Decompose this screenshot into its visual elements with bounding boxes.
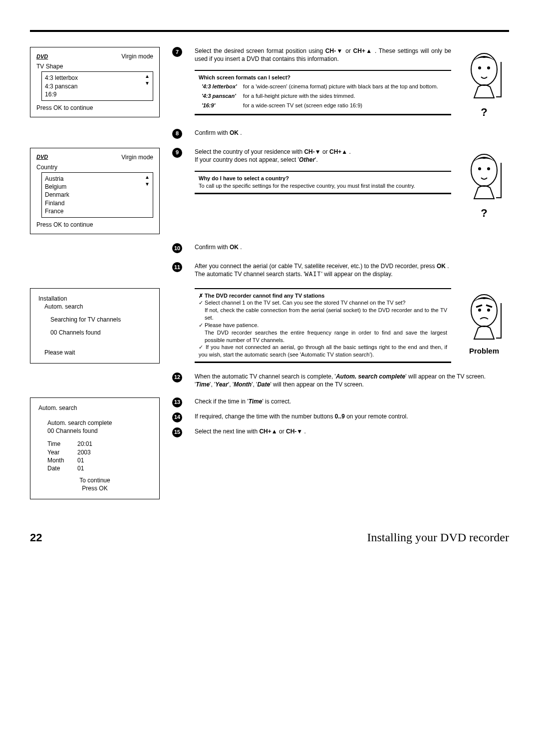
step-badge-9: 9: [172, 148, 182, 158]
step-13-text: Check if the time in 'Time' is correct.: [195, 397, 509, 405]
svg-point-4: [478, 167, 481, 170]
osd4-row-month: Month01: [47, 456, 151, 464]
osd-item: France: [45, 207, 150, 215]
osd-item: Austria: [45, 175, 150, 183]
osd-listbox: ▲▼ Austria Belgium Denmark Finland Franc…: [41, 172, 153, 218]
step-7-text: Select the desired screen format positio…: [195, 47, 451, 63]
tip-line: If not, check the cable connection from …: [199, 307, 447, 322]
osd4-row-date: Date01: [47, 464, 151, 472]
osd-mode: Virgin mode: [121, 52, 153, 60]
updown-icon: ▲▼: [145, 174, 150, 187]
install-head: Installation: [38, 295, 151, 303]
install-wait: Please wait: [44, 349, 151, 357]
osd-item: 4:3 letterbox: [45, 74, 150, 82]
osd-foot: Press OK to continue: [36, 221, 153, 229]
osd4-foot: To continue: [38, 476, 151, 484]
step-badge-8: 8: [172, 129, 182, 139]
dvd-logo-icon: DVD: [36, 53, 48, 60]
osd-autosearch-complete: Autom. search Autom. search complete 00 …: [30, 397, 160, 499]
osd4-found: 00 Channels found: [47, 427, 151, 435]
svg-point-3: [471, 154, 497, 186]
osd-autosearch-progress: Installation Autom. search Searching for…: [30, 288, 160, 364]
osd-item: 16:9: [45, 90, 150, 98]
question-mark-icon: ?: [459, 105, 509, 120]
step-badge-13: 13: [172, 397, 182, 407]
osd4-foot: Press OK: [38, 484, 151, 492]
osd-country: DVD Virgin mode Country ▲▼ Austria Belgi…: [30, 148, 160, 235]
section-step-10: 10 Confirm with OK .: [30, 243, 509, 253]
tip-title: Which screen formats can I select?: [199, 74, 447, 81]
tip-screen-formats: Which screen formats can I select? '4:3 …: [195, 70, 451, 115]
step-14-text: If required, change the time with the nu…: [195, 412, 509, 420]
updown-icon: ▲▼: [145, 73, 150, 86]
osd-listbox: ▲▼ 4:3 letterbox 4:3 panscan 16:9: [41, 71, 153, 101]
page-footer: 22 Installing your DVD recorder: [30, 529, 509, 545]
tip-line: If you have not connected an aerial, go …: [199, 344, 447, 359]
section-problem: Installation Autom. search Searching for…: [30, 288, 509, 364]
step-15-text: Select the next line with CH+▲ or CH-▼ .: [195, 427, 509, 435]
question-face-2: ?: [459, 148, 509, 221]
osd-mode: Virgin mode: [121, 153, 153, 161]
step-10-text: Confirm with OK .: [195, 243, 509, 251]
question-face-1: ?: [459, 47, 509, 120]
page-number: 22: [30, 530, 42, 545]
svg-point-8: [487, 309, 490, 312]
section-step-11: 11 After you connect the aerial (or cabl…: [30, 262, 509, 279]
tip-line: The DVD recorder searches the entire fre…: [199, 329, 447, 344]
svg-point-5: [487, 167, 490, 170]
step-11-text: After you connect the aerial (or cable T…: [195, 262, 509, 279]
svg-point-0: [471, 53, 497, 85]
tip-title: Why do I have to select a country?: [199, 175, 447, 182]
step-badge-14: 14: [172, 412, 182, 422]
svg-point-1: [478, 66, 481, 69]
step-badge-12: 12: [172, 373, 182, 382]
tip-line: Select channel 1 on the TV set. Can you …: [199, 299, 447, 307]
step-badge-10: 10: [172, 243, 182, 253]
osd-item: Denmark: [45, 191, 150, 199]
section-step-7: DVD Virgin mode TV Shape ▲▼ 4:3 letterbo…: [30, 47, 509, 120]
install-sub: Autom. search: [44, 303, 151, 311]
osd-tv-shape: DVD Virgin mode TV Shape ▲▼ 4:3 letterbo…: [30, 47, 160, 117]
section-step-12: 12 When the automatic TV channel search …: [30, 373, 509, 388]
tip-body: To call up the specific settings for the…: [199, 182, 447, 190]
step-badge-15: 15: [172, 427, 182, 437]
section-step-9: DVD Virgin mode Country ▲▼ Austria Belgi…: [30, 148, 509, 235]
osd4-head: Autom. search: [38, 404, 151, 412]
problem-label: Problem: [459, 346, 509, 356]
osd-item: Finland: [45, 199, 150, 207]
tip-title: The DVD recorder cannot find any TV stat…: [199, 292, 447, 300]
osd4-row-time: Time20:01: [47, 440, 151, 448]
page-title: Installing your DVD recorder: [367, 529, 509, 545]
step-12-text: When the automatic TV channel search is …: [195, 373, 509, 388]
osd-title: Country: [36, 163, 153, 171]
osd4-row-year: Year2003: [47, 448, 151, 456]
step-9-text: Select the country of your residence wit…: [195, 148, 451, 164]
osd-title: TV Shape: [36, 62, 153, 70]
section-step-13: Autom. search Autom. search complete 00 …: [30, 397, 509, 499]
osd-foot: Press OK to continue: [36, 104, 153, 112]
question-mark-icon: ?: [459, 206, 509, 221]
tip-country: Why do I have to select a country? To ca…: [195, 171, 451, 194]
step-8-text: Confirm with OK .: [195, 129, 509, 137]
problem-face: Problem: [459, 288, 509, 364]
install-line: 00 Channels found: [50, 329, 151, 337]
step-badge-7: 7: [172, 47, 182, 57]
section-step-8: 8 Confirm with OK .: [30, 129, 509, 139]
osd-item: Belgium: [45, 183, 150, 191]
osd4-done: Autom. search complete: [47, 419, 151, 427]
dvd-logo-icon: DVD: [36, 153, 48, 161]
tip-problem: The DVD recorder cannot find any TV stat…: [195, 288, 451, 364]
svg-point-7: [478, 309, 481, 312]
install-line: Searching for TV channels: [50, 316, 151, 324]
tip-line: Please have patience.: [199, 322, 447, 329]
osd-item: 4:3 panscan: [45, 82, 150, 90]
svg-point-2: [487, 66, 490, 69]
top-rule: [30, 30, 509, 32]
step-badge-11: 11: [172, 262, 182, 272]
svg-point-6: [471, 295, 497, 327]
